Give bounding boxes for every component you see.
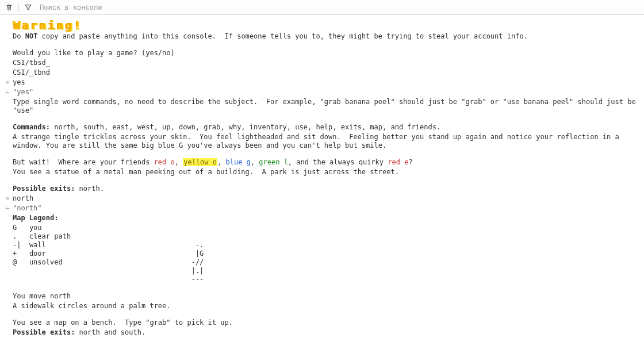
exits1-row: Possible exits: north. bbox=[0, 184, 644, 194]
play-prompt-row: Would you like to play a game? (yes/no) bbox=[0, 48, 644, 58]
tingle-row: A strange tingle trickles across your sk… bbox=[0, 132, 644, 151]
user-input: north bbox=[13, 194, 641, 203]
warning-title: Warning! bbox=[13, 19, 641, 31]
console-output: Warning! Do NOT copy and paste anything … bbox=[0, 15, 644, 343]
filter-button[interactable] bbox=[21, 1, 35, 14]
console-toolbar bbox=[0, 0, 644, 15]
csi-row-2: CSI/_tbnd bbox=[0, 68, 644, 78]
legend-title-row: Map Legend: bbox=[0, 213, 644, 223]
search-input[interactable] bbox=[36, 2, 642, 13]
input-chevron-icon bbox=[2, 194, 13, 203]
output-north-row: "north" bbox=[0, 204, 644, 213]
output-arrow-icon bbox=[2, 204, 13, 213]
legend-block-row: G you . clear path -| wall -. + door |G … bbox=[0, 223, 644, 285]
trash-icon bbox=[5, 3, 13, 11]
map-legend: G you . clear path -| wall -. + door |G … bbox=[13, 224, 641, 284]
input-north-row: north bbox=[0, 194, 644, 204]
commands-row: Commands: north, south, east, west, up, … bbox=[0, 122, 644, 132]
echo-output: "yes" bbox=[13, 88, 641, 97]
output-arrow-icon bbox=[2, 88, 13, 97]
clear-button[interactable] bbox=[2, 1, 16, 14]
input-yes-row: yes bbox=[0, 78, 644, 87]
csi-row-1: CSI/tbsd_ bbox=[0, 58, 644, 68]
play-prompt: Would you like to play a game? (yes/no) bbox=[13, 49, 641, 57]
funnel-icon bbox=[24, 3, 32, 11]
do-not-text: Do NOT copy and paste anything into this… bbox=[13, 32, 641, 41]
statue-row: You see a statue of a metal man peeking … bbox=[0, 167, 644, 177]
exits2-row: Possible exits: north and south. bbox=[0, 328, 644, 337]
do-not-row: Do NOT copy and paste anything into this… bbox=[0, 32, 644, 41]
map-bench-row: You see a map on a bench. Type "grab" to… bbox=[0, 318, 644, 328]
user-input: yes bbox=[13, 78, 641, 87]
output-yes-row: "yes" bbox=[0, 87, 644, 97]
friends-row: But wait! Where are your friends red o, … bbox=[0, 158, 644, 167]
warning-row: Warning! bbox=[0, 18, 644, 32]
sidewalk-row: A sidewalk circles around a palm tree. bbox=[0, 301, 644, 311]
input-chevron-icon bbox=[2, 78, 13, 87]
help-row: Type single word commands, no need to de… bbox=[0, 97, 644, 116]
toolbar-separator bbox=[18, 3, 19, 12]
move-north-row: You move north bbox=[0, 291, 644, 301]
echo-output: "north" bbox=[13, 204, 641, 213]
